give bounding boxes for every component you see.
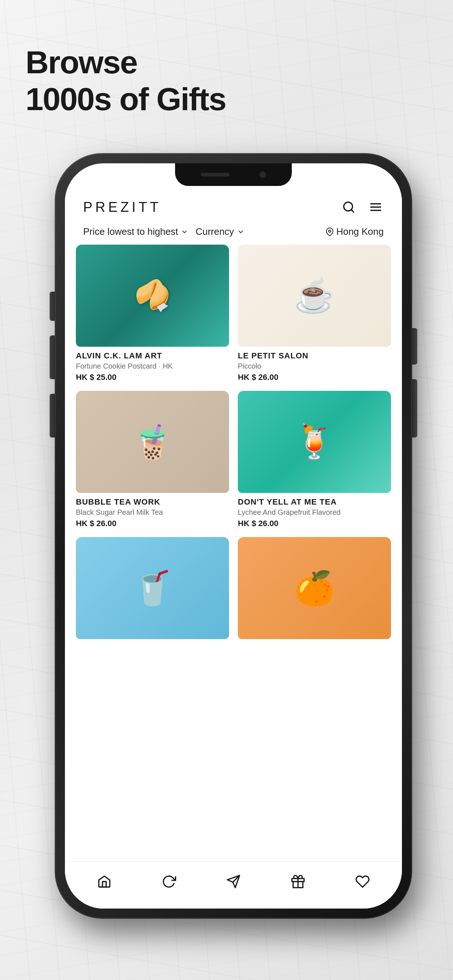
product-name-4: Lychee And Grapefruit Flavored xyxy=(238,508,391,517)
currency-filter[interactable]: Currency xyxy=(196,226,244,237)
headline-line1: Browse xyxy=(26,44,226,81)
speaker xyxy=(201,173,230,177)
product-image-4 xyxy=(238,391,391,493)
product-image-3 xyxy=(76,391,229,493)
product-card-4[interactable]: DON'T YELL AT ME TEA Lychee And Grapefru… xyxy=(238,391,391,528)
product-grid: ALVIN C.K. LAM ART Fortune Cookie Postca… xyxy=(65,245,402,695)
product-image-2 xyxy=(238,245,391,347)
sort-label: Price lowest to highest xyxy=(83,226,178,237)
currency-label: Currency xyxy=(196,226,234,237)
location-filter[interactable]: Hong Kong xyxy=(325,226,384,237)
product-image-6 xyxy=(238,537,391,639)
product-brand-2: LE PETIT SALON xyxy=(238,351,391,361)
nav-gift[interactable] xyxy=(283,873,313,890)
product-image-1 xyxy=(76,245,229,347)
nav-home[interactable] xyxy=(90,873,119,890)
search-button[interactable] xyxy=(341,199,357,215)
product-image-5 xyxy=(76,537,229,639)
product-price-3: HK $ 26.00 xyxy=(76,519,229,528)
product-price-1: HK $ 25.00 xyxy=(76,372,229,382)
product-price-2: HK $ 26.00 xyxy=(238,372,391,382)
app-logo: PREZITT xyxy=(83,199,161,215)
camera xyxy=(259,171,266,178)
filter-bar: Price lowest to highest Currency xyxy=(65,223,402,245)
product-card-2[interactable]: LE PETIT SALON Piccolo HK $ 26.00 xyxy=(238,245,391,382)
volume-up-button xyxy=(49,336,55,379)
product-card-3[interactable]: BUBBLE TEA WORK Black Sugar Pearl Milk T… xyxy=(76,391,229,528)
bottom-nav xyxy=(65,861,402,908)
headline: Browse 1000s of Gifts xyxy=(26,44,226,118)
product-name-2: Piccolo xyxy=(238,362,391,371)
volume-down-button xyxy=(49,394,55,438)
phone-mockup: PREZITT xyxy=(55,153,412,919)
product-card-5[interactable] xyxy=(76,537,229,643)
app-header: PREZITT xyxy=(65,186,402,223)
svg-line-1 xyxy=(351,210,354,212)
location-label: Hong Kong xyxy=(336,226,384,237)
app-content: PREZITT xyxy=(65,186,402,908)
refresh-icon xyxy=(161,873,177,890)
nav-heart[interactable] xyxy=(348,873,377,890)
power-button xyxy=(412,328,417,364)
nav-send[interactable] xyxy=(219,873,248,890)
home-icon xyxy=(96,873,113,890)
heart-icon xyxy=(354,873,371,890)
notch xyxy=(175,163,292,186)
product-card-6[interactable] xyxy=(238,537,391,643)
phone-shell: PREZITT xyxy=(55,153,412,919)
header-icons xyxy=(341,199,384,215)
product-card-1[interactable]: ALVIN C.K. LAM ART Fortune Cookie Postca… xyxy=(76,245,229,382)
menu-button[interactable] xyxy=(368,199,384,215)
nav-refresh[interactable] xyxy=(154,873,183,890)
product-name-1: Fortune Cookie Postcard · HK xyxy=(76,362,229,371)
send-icon xyxy=(225,873,242,890)
product-brand-1: ALVIN C.K. LAM ART xyxy=(76,351,229,361)
product-name-3: Black Sugar Pearl Milk Tea xyxy=(76,508,229,517)
headline-line2: 1000s of Gifts xyxy=(26,81,226,118)
svg-point-5 xyxy=(329,230,331,232)
product-brand-3: BUBBLE TEA WORK xyxy=(76,497,229,507)
gift-icon xyxy=(290,873,306,890)
mute-button xyxy=(49,292,55,321)
phone-screen: PREZITT xyxy=(65,163,402,908)
product-price-4: HK $ 26.00 xyxy=(238,519,391,528)
product-brand-4: DON'T YELL AT ME TEA xyxy=(238,497,391,507)
sort-filter[interactable]: Price lowest to highest xyxy=(83,226,188,237)
volume-button-right xyxy=(412,379,417,438)
